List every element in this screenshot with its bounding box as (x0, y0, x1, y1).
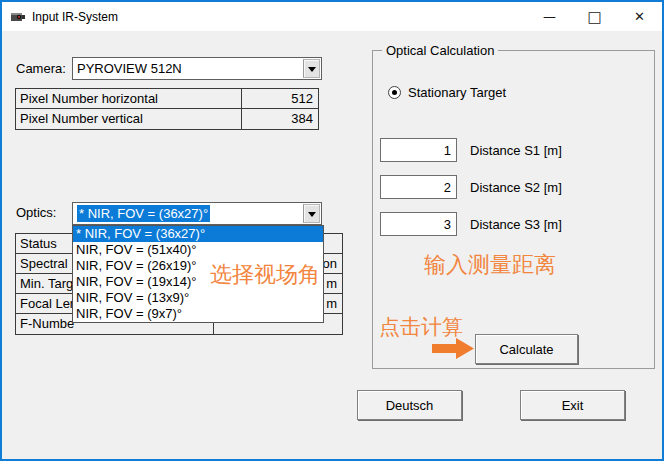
camera-combobox[interactable]: PYROVIEW 512N (72, 57, 322, 80)
optics-combobox[interactable]: * NIR, FOV = (36x27)° (72, 202, 322, 225)
window-title: Input IR-System (32, 10, 118, 24)
pixel-horizontal-label: Pixel Number horizontal (16, 89, 241, 108)
window-controls: — □ ✕ (527, 2, 662, 31)
radio-dot-icon (392, 90, 397, 95)
camera-dropdown-button[interactable] (303, 59, 320, 78)
table-row: Pixel Number vertical 384 (16, 109, 318, 129)
calculate-button[interactable]: Calculate (475, 334, 578, 364)
title-bar: Input IR-System — □ ✕ (2, 2, 662, 31)
maximize-icon[interactable]: □ (572, 2, 617, 31)
caret-down-icon (308, 67, 316, 76)
camera-label: Camera: (16, 61, 66, 76)
camera-combobox-value: PYROVIEW 512N (75, 60, 301, 77)
optics-combobox-value: * NIR, FOV = (36x27)° (75, 205, 301, 222)
pixel-vertical-value: 384 (241, 109, 318, 129)
distance-s3-label: Distance S3 [m] (470, 217, 562, 232)
stationary-target-radio[interactable] (388, 86, 401, 99)
dropdown-option[interactable]: NIR, FOV = (9x7)° (73, 306, 323, 322)
close-icon[interactable]: ✕ (617, 2, 662, 31)
stationary-target-label: Stationary Target (408, 85, 506, 100)
exit-button[interactable]: Exit (520, 390, 625, 420)
annotation-click-calculate: 点击计算 (379, 313, 463, 341)
dropdown-option[interactable]: NIR, FOV = (51x40)° (73, 242, 323, 258)
distance-s1-input[interactable] (380, 138, 457, 162)
pixel-number-table: Pixel Number horizontal 512 Pixel Number… (15, 88, 319, 130)
deutsch-button[interactable]: Deutsch (357, 390, 462, 420)
annotation-enter-distance: 输入测量距离 (424, 250, 556, 280)
dialog-window: Input IR-System — □ ✕ Camera: PYROVIEW 5… (0, 0, 664, 461)
pixel-horizontal-value: 512 (241, 89, 318, 108)
arrow-right-icon (432, 338, 474, 359)
optics-dropdown-button[interactable] (303, 204, 320, 223)
distance-s3-input[interactable] (380, 212, 457, 236)
stationary-target-option: Stationary Target (388, 85, 506, 100)
table-row: Pixel Number horizontal 512 (16, 89, 318, 109)
optics-label: Optics: (16, 205, 56, 220)
minimize-icon[interactable]: — (527, 2, 572, 31)
dropdown-option[interactable]: NIR, FOV = (13x9)° (73, 290, 323, 306)
distance-s2-input[interactable] (380, 175, 457, 199)
camera-icon (10, 9, 26, 25)
dropdown-option[interactable]: * NIR, FOV = (36x27)° (73, 226, 323, 242)
distance-s1-label: Distance S1 [m] (470, 143, 562, 158)
pixel-vertical-label: Pixel Number vertical (16, 109, 241, 129)
group-title: Optical Calculation (382, 43, 498, 58)
caret-down-icon (308, 212, 316, 221)
distance-s2-label: Distance S2 [m] (470, 180, 562, 195)
selected-text-highlight: * NIR, FOV = (36x27)° (77, 205, 210, 222)
annotation-select-fov: 选择视场角 (210, 260, 320, 290)
